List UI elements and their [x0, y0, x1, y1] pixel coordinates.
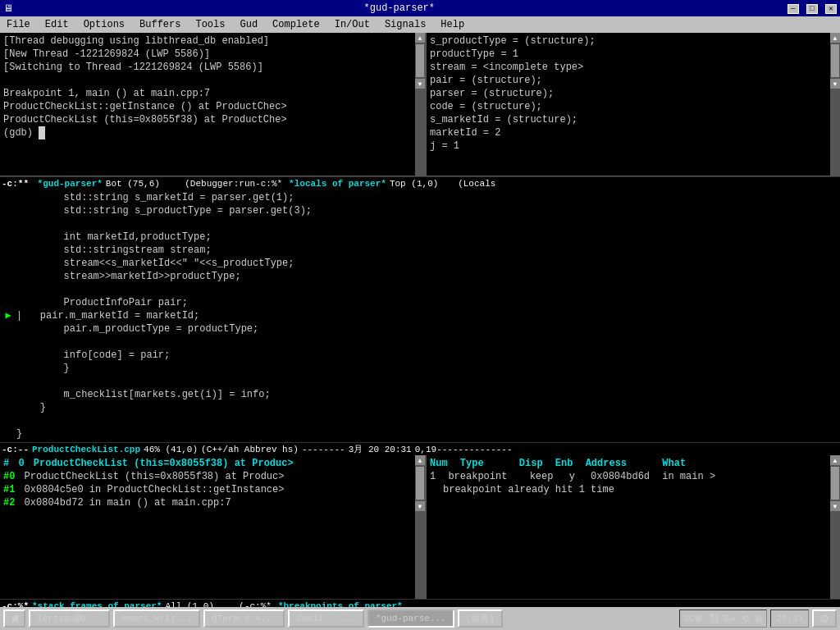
stack-scroll-up[interactable]: ▲	[415, 455, 425, 465]
src-code-3	[16, 217, 22, 231]
taskbar: 🖥 lertsau@b... emacs_writ... QTerm 0.4..…	[0, 607, 840, 630]
bp-row-1: 1 breakpoint keep y 0x0804bd6d in main >…	[430, 470, 837, 496]
src-indicator-13	[0, 349, 16, 362]
src-code-6: stream<<s_marketId<<" "<<s_productType;	[16, 257, 294, 270]
stack-num-1: #1	[3, 484, 15, 495]
src-status-date: 3月 20 20:31	[349, 443, 412, 455]
gdb-prompt: (gdb)	[3, 127, 39, 139]
taskbar-btn-3[interactable]: Gmail - ...	[288, 609, 364, 628]
bp-num-1: 1	[430, 471, 436, 482]
status-pos-right: Top (1,0)	[390, 179, 438, 189]
locals-scroll-up[interactable]: ▲	[830, 33, 840, 43]
scroll-up-arrow[interactable]: ▲	[415, 33, 425, 43]
gdb-prompt-line: (gdb)	[3, 126, 422, 139]
minimize-button[interactable]: ─	[788, 4, 799, 14]
src-code-17: }	[16, 401, 46, 414]
bp-scroll-down[interactable]: ▼	[830, 501, 840, 511]
system-icon[interactable]: ⚙	[812, 609, 837, 628]
top-status-bar: -c:** *gud-parser* Bot (75,6) (Debugger:…	[0, 176, 840, 189]
bp-scroll-up[interactable]: ▲	[830, 455, 840, 465]
menu-tools[interactable]: Tools	[192, 19, 228, 30]
status-pos-left: Bot (75,6)	[106, 179, 160, 189]
src-indicator-12	[0, 336, 16, 349]
scroll-down-arrow[interactable]: ▼	[415, 79, 425, 89]
src-code-10: | pair.m_marketId = marketId;	[16, 309, 199, 322]
bp-col-enb: Enb	[555, 458, 573, 469]
local-var-6: code = (structure);	[430, 100, 837, 113]
local-var-2: productType = 1	[430, 48, 837, 61]
menu-complete[interactable]: Complete	[269, 19, 323, 30]
stack-col-addr: 0	[18, 458, 24, 469]
lang-indicator[interactable]: 英	[722, 613, 731, 625]
src-code-14: }	[16, 362, 70, 375]
scroll-thumb[interactable]	[416, 44, 424, 77]
close-button[interactable]: ✕	[825, 4, 837, 14]
src-indicator-15	[0, 375, 16, 388]
status-locals-label: (Locals	[441, 179, 495, 189]
menu-signals[interactable]: Signals	[381, 19, 429, 30]
src-code-8	[16, 283, 22, 296]
locals-content: s_productType = (structure); productType…	[427, 33, 840, 154]
stack-col-num: #	[3, 458, 9, 469]
src-indicator-7	[0, 270, 16, 283]
menu-buffers[interactable]: Buffers	[136, 19, 184, 30]
src-line-1: std::string s_marketId = parser.get(1);	[0, 191, 840, 204]
locals-pane: s_productType = (structure); productType…	[425, 33, 840, 176]
locals-scroll-down[interactable]: ▼	[830, 79, 840, 89]
local-var-4: pair = (structure);	[430, 74, 837, 87]
stack-scroll-thumb[interactable]	[416, 467, 424, 500]
gdb-line-6: ProductCheckList::getInstance () at Prod…	[3, 100, 422, 113]
title-bar-icon: 🖥	[3, 2, 13, 15]
bp-scroll-thumb[interactable]	[831, 467, 839, 500]
maximize-button[interactable]: □	[806, 4, 818, 14]
local-var-7: s_marketId = (structure);	[430, 113, 837, 126]
src-line-11: pair.m_productType = productType;	[0, 322, 840, 336]
menu-bar: File Edit Options Buffers Tools Gud Comp…	[0, 16, 840, 33]
gdb-line-5: Breakpoint 1, main () at main.cpp:7	[3, 87, 422, 100]
src-indicator-14	[0, 362, 16, 375]
start-button[interactable]: 🖥	[3, 609, 25, 628]
src-status-mode2: (C++/ah Abbrev hs)	[201, 445, 299, 454]
src-indicator-4	[0, 231, 16, 244]
menu-help[interactable]: Help	[437, 19, 468, 30]
local-var-1: s_productType = (structure);	[430, 34, 837, 48]
menu-inout[interactable]: In/Out	[331, 19, 373, 30]
taskbar-btn-1[interactable]: emacs_writ...	[113, 609, 200, 628]
src-line-12	[0, 336, 840, 349]
src-line-19: }	[0, 427, 840, 441]
src-line-5: std::stringstream stream;	[0, 244, 840, 257]
menu-file[interactable]: File	[3, 19, 34, 30]
bp-type-1: breakpoint	[448, 471, 507, 482]
taskbar-btn-5[interactable]: [领秀]	[458, 609, 503, 628]
locals-scroll-thumb[interactable]	[831, 44, 839, 77]
gdb-pane: [Thread debugging using libthread_db ena…	[0, 33, 425, 176]
menu-edit[interactable]: Edit	[42, 19, 72, 30]
src-indicator-8	[0, 283, 16, 296]
src-line-14: }	[0, 362, 840, 375]
src-indicator-19	[0, 427, 16, 441]
src-status-right: 0,19	[415, 445, 436, 454]
bp-col-type: Type	[460, 458, 484, 469]
taskbar-btn-4[interactable]: *gud-parse...	[368, 609, 454, 628]
src-arrow: ▶	[0, 309, 16, 322]
src-indicator-5	[0, 244, 16, 257]
bp-scrollbar[interactable]: ▲ ▼	[830, 455, 840, 599]
menu-options[interactable]: Options	[80, 19, 128, 30]
src-line-7: stream>>marketId>>productType;	[0, 270, 840, 283]
title-bar: 🖥 *gud-parser* ─ □ ✕	[0, 0, 840, 16]
taskbar-btn-0[interactable]: lertsau@b...	[29, 609, 110, 628]
stack-col-desc: ProductCheckList (this=0x8055f38) at Pro…	[34, 458, 294, 469]
breakpoints-pane: Num Type Disp Enb Address What 1 breakpo…	[425, 455, 840, 599]
src-line-4: int marketId,productType;	[0, 231, 840, 244]
src-indicator-1	[0, 191, 16, 204]
taskbar-btn-2[interactable]: QTerm 0.4...	[203, 609, 285, 628]
locals-scrollbar[interactable]: ▲ ▼	[830, 33, 840, 176]
stack-row-1: #1 0x0804c5e0 in ProductCheckList::getIn…	[3, 483, 422, 496]
source-content: std::string s_marketId = parser.get(1); …	[0, 189, 840, 442]
gdb-scrollbar[interactable]: ▲ ▼	[415, 33, 425, 176]
menu-gud[interactable]: Gud	[236, 19, 261, 30]
breakpoints-content: Num Type Disp Enb Address What 1 breakpo…	[427, 455, 840, 498]
stack-scrollbar[interactable]: ▲ ▼	[415, 455, 425, 599]
scm-icons2: ⊕ 智	[695, 611, 720, 626]
stack-scroll-down[interactable]: ▼	[415, 501, 425, 511]
